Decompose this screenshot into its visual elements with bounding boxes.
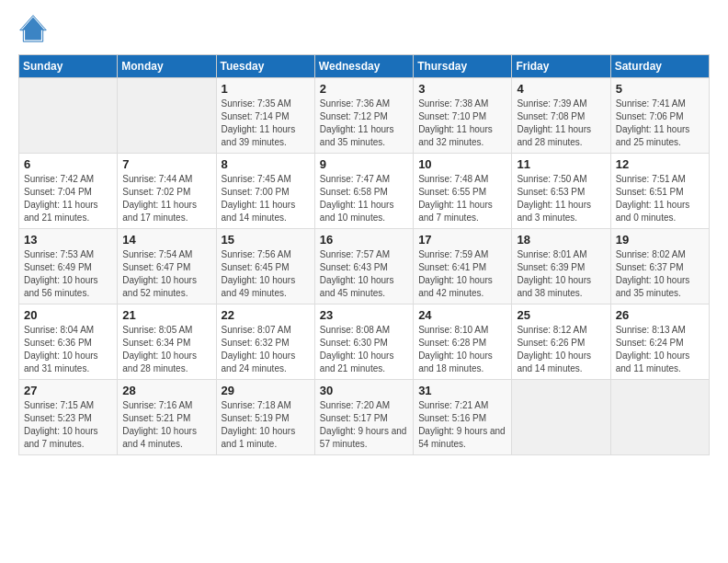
day-number: 1 bbox=[222, 82, 310, 96]
svg-marker-0 bbox=[22, 17, 45, 40]
day-number: 11 bbox=[517, 157, 605, 171]
day-number: 13 bbox=[24, 233, 112, 247]
day-cell: 20Sunrise: 8:04 AM Sunset: 6:36 PM Dayli… bbox=[19, 304, 118, 380]
day-detail: Sunrise: 7:50 AM Sunset: 6:53 PM Dayligh… bbox=[517, 173, 605, 224]
day-detail: Sunrise: 7:16 AM Sunset: 5:21 PM Dayligh… bbox=[122, 399, 210, 451]
day-number: 28 bbox=[122, 384, 210, 397]
day-detail: Sunrise: 7:45 AM Sunset: 7:00 PM Dayligh… bbox=[222, 173, 310, 224]
day-number: 7 bbox=[122, 157, 210, 171]
day-cell bbox=[610, 380, 709, 455]
day-cell: 23Sunrise: 8:08 AM Sunset: 6:30 PM Dayli… bbox=[314, 304, 413, 380]
day-number: 2 bbox=[320, 82, 408, 96]
day-cell: 10Sunrise: 7:48 AM Sunset: 6:55 PM Dayli… bbox=[414, 154, 512, 229]
day-cell: 17Sunrise: 7:59 AM Sunset: 6:41 PM Dayli… bbox=[414, 229, 512, 304]
day-detail: Sunrise: 7:38 AM Sunset: 7:10 PM Dayligh… bbox=[418, 98, 506, 149]
day-number: 25 bbox=[517, 308, 605, 322]
day-detail: Sunrise: 7:35 AM Sunset: 7:14 PM Dayligh… bbox=[222, 98, 310, 149]
day-detail: Sunrise: 8:12 AM Sunset: 6:26 PM Dayligh… bbox=[517, 324, 605, 375]
day-number: 8 bbox=[222, 157, 310, 171]
day-detail: Sunrise: 7:44 AM Sunset: 7:02 PM Dayligh… bbox=[122, 173, 210, 224]
day-cell bbox=[19, 78, 118, 154]
day-cell: 4Sunrise: 7:39 AM Sunset: 7:08 PM Daylig… bbox=[512, 78, 610, 154]
day-number: 18 bbox=[517, 233, 605, 247]
day-number: 9 bbox=[320, 157, 408, 171]
day-detail: Sunrise: 7:15 AM Sunset: 5:23 PM Dayligh… bbox=[24, 399, 112, 451]
day-number: 30 bbox=[320, 384, 408, 397]
day-cell bbox=[118, 78, 216, 154]
day-detail: Sunrise: 7:54 AM Sunset: 6:47 PM Dayligh… bbox=[122, 248, 210, 300]
day-detail: Sunrise: 7:39 AM Sunset: 7:08 PM Dayligh… bbox=[517, 98, 605, 149]
page: SundayMondayTuesdayWednesdayThursdayFrid… bbox=[0, 0, 728, 563]
day-cell: 16Sunrise: 7:57 AM Sunset: 6:43 PM Dayli… bbox=[314, 229, 413, 304]
day-cell: 11Sunrise: 7:50 AM Sunset: 6:53 PM Dayli… bbox=[512, 154, 610, 229]
logo bbox=[18, 14, 51, 43]
week-row: 6Sunrise: 7:42 AM Sunset: 7:04 PM Daylig… bbox=[19, 154, 710, 229]
day-cell: 7Sunrise: 7:44 AM Sunset: 7:02 PM Daylig… bbox=[118, 154, 216, 229]
day-cell: 15Sunrise: 7:56 AM Sunset: 6:45 PM Dayli… bbox=[216, 229, 314, 304]
day-number: 31 bbox=[418, 384, 506, 397]
header-row: SundayMondayTuesdayWednesdayThursdayFrid… bbox=[19, 55, 710, 78]
day-number: 12 bbox=[616, 157, 704, 171]
day-cell: 3Sunrise: 7:38 AM Sunset: 7:10 PM Daylig… bbox=[414, 78, 512, 154]
day-number: 26 bbox=[616, 308, 704, 322]
week-row: 13Sunrise: 7:53 AM Sunset: 6:49 PM Dayli… bbox=[19, 229, 710, 304]
day-number: 6 bbox=[24, 157, 112, 171]
day-detail: Sunrise: 7:47 AM Sunset: 6:58 PM Dayligh… bbox=[320, 173, 408, 224]
day-cell: 27Sunrise: 7:15 AM Sunset: 5:23 PM Dayli… bbox=[19, 380, 118, 455]
day-number: 4 bbox=[517, 82, 605, 96]
day-detail: Sunrise: 8:10 AM Sunset: 6:28 PM Dayligh… bbox=[418, 324, 506, 375]
day-detail: Sunrise: 7:36 AM Sunset: 7:12 PM Dayligh… bbox=[320, 98, 408, 149]
day-number: 17 bbox=[418, 233, 506, 247]
day-cell: 31Sunrise: 7:21 AM Sunset: 5:16 PM Dayli… bbox=[414, 380, 512, 455]
logo-icon bbox=[18, 14, 48, 43]
day-detail: Sunrise: 7:56 AM Sunset: 6:45 PM Dayligh… bbox=[222, 248, 310, 300]
day-detail: Sunrise: 7:51 AM Sunset: 6:51 PM Dayligh… bbox=[616, 173, 704, 224]
day-cell: 24Sunrise: 8:10 AM Sunset: 6:28 PM Dayli… bbox=[414, 304, 512, 380]
header bbox=[18, 14, 710, 43]
day-cell: 13Sunrise: 7:53 AM Sunset: 6:49 PM Dayli… bbox=[19, 229, 118, 304]
day-detail: Sunrise: 8:05 AM Sunset: 6:34 PM Dayligh… bbox=[122, 324, 210, 375]
day-cell: 12Sunrise: 7:51 AM Sunset: 6:51 PM Dayli… bbox=[610, 154, 709, 229]
day-header: Friday bbox=[512, 55, 610, 78]
day-number: 5 bbox=[616, 82, 704, 96]
day-header: Saturday bbox=[610, 55, 709, 78]
day-detail: Sunrise: 7:57 AM Sunset: 6:43 PM Dayligh… bbox=[320, 248, 408, 300]
day-cell: 29Sunrise: 7:18 AM Sunset: 5:19 PM Dayli… bbox=[216, 380, 314, 455]
day-number: 21 bbox=[122, 308, 210, 322]
week-row: 20Sunrise: 8:04 AM Sunset: 6:36 PM Dayli… bbox=[19, 304, 710, 380]
calendar-table: SundayMondayTuesdayWednesdayThursdayFrid… bbox=[18, 54, 710, 455]
day-detail: Sunrise: 7:48 AM Sunset: 6:55 PM Dayligh… bbox=[418, 173, 506, 224]
day-cell: 30Sunrise: 7:20 AM Sunset: 5:17 PM Dayli… bbox=[314, 380, 413, 455]
day-cell: 26Sunrise: 8:13 AM Sunset: 6:24 PM Dayli… bbox=[610, 304, 709, 380]
day-cell: 5Sunrise: 7:41 AM Sunset: 7:06 PM Daylig… bbox=[610, 78, 709, 154]
day-cell: 1Sunrise: 7:35 AM Sunset: 7:14 PM Daylig… bbox=[216, 78, 314, 154]
day-detail: Sunrise: 8:04 AM Sunset: 6:36 PM Dayligh… bbox=[24, 324, 112, 375]
day-detail: Sunrise: 8:07 AM Sunset: 6:32 PM Dayligh… bbox=[222, 324, 310, 375]
day-header: Thursday bbox=[414, 55, 512, 78]
day-cell: 22Sunrise: 8:07 AM Sunset: 6:32 PM Dayli… bbox=[216, 304, 314, 380]
day-number: 3 bbox=[418, 82, 506, 96]
day-header: Sunday bbox=[19, 55, 118, 78]
day-number: 16 bbox=[320, 233, 408, 247]
day-cell: 6Sunrise: 7:42 AM Sunset: 7:04 PM Daylig… bbox=[19, 154, 118, 229]
day-number: 15 bbox=[222, 233, 310, 247]
day-header: Monday bbox=[118, 55, 216, 78]
day-detail: Sunrise: 7:20 AM Sunset: 5:17 PM Dayligh… bbox=[320, 399, 408, 451]
day-detail: Sunrise: 8:13 AM Sunset: 6:24 PM Dayligh… bbox=[616, 324, 704, 375]
day-number: 24 bbox=[418, 308, 506, 322]
day-cell: 28Sunrise: 7:16 AM Sunset: 5:21 PM Dayli… bbox=[118, 380, 216, 455]
day-number: 14 bbox=[122, 233, 210, 247]
day-detail: Sunrise: 7:18 AM Sunset: 5:19 PM Dayligh… bbox=[222, 399, 310, 451]
day-cell: 25Sunrise: 8:12 AM Sunset: 6:26 PM Dayli… bbox=[512, 304, 610, 380]
day-number: 20 bbox=[24, 308, 112, 322]
day-cell: 2Sunrise: 7:36 AM Sunset: 7:12 PM Daylig… bbox=[314, 78, 413, 154]
day-number: 19 bbox=[616, 233, 704, 247]
day-detail: Sunrise: 8:01 AM Sunset: 6:39 PM Dayligh… bbox=[517, 248, 605, 300]
day-header: Tuesday bbox=[216, 55, 314, 78]
day-cell: 8Sunrise: 7:45 AM Sunset: 7:00 PM Daylig… bbox=[216, 154, 314, 229]
week-row: 1Sunrise: 7:35 AM Sunset: 7:14 PM Daylig… bbox=[19, 78, 710, 154]
day-number: 10 bbox=[418, 157, 506, 171]
day-detail: Sunrise: 7:21 AM Sunset: 5:16 PM Dayligh… bbox=[418, 399, 506, 451]
day-detail: Sunrise: 8:08 AM Sunset: 6:30 PM Dayligh… bbox=[320, 324, 408, 375]
day-detail: Sunrise: 7:41 AM Sunset: 7:06 PM Dayligh… bbox=[616, 98, 704, 149]
